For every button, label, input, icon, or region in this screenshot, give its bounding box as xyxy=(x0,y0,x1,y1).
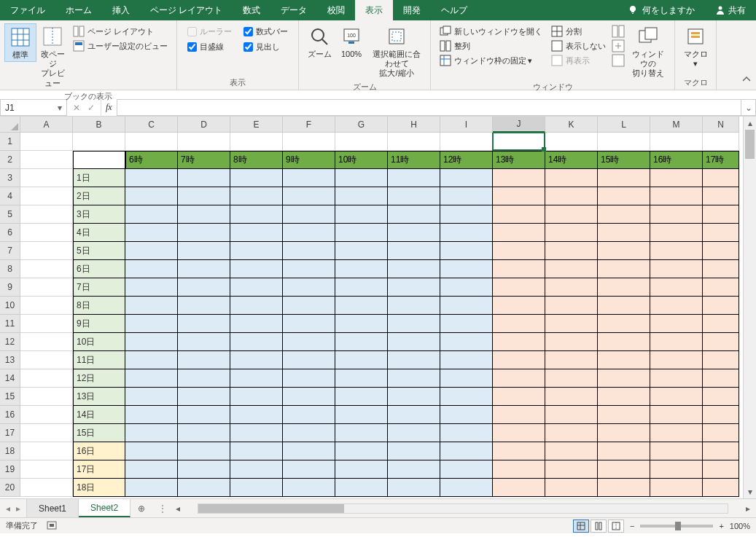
cell[interactable] xyxy=(598,315,650,333)
cell[interactable] xyxy=(388,133,440,151)
cell[interactable] xyxy=(230,424,283,442)
cell[interactable] xyxy=(20,442,73,460)
column-header-J[interactable]: J xyxy=(493,117,545,133)
cell[interactable] xyxy=(283,369,335,388)
cell[interactable] xyxy=(20,224,73,242)
cell[interactable]: 15時 xyxy=(598,151,650,169)
cell[interactable] xyxy=(703,297,739,315)
cell[interactable] xyxy=(703,224,739,242)
cell[interactable] xyxy=(598,406,650,424)
cell[interactable] xyxy=(545,205,598,224)
cell[interactable]: 13時 xyxy=(493,151,545,169)
cell[interactable] xyxy=(545,460,598,479)
normal-view-status-button[interactable] xyxy=(573,519,589,533)
cell[interactable] xyxy=(20,297,73,315)
cell[interactable] xyxy=(178,187,230,205)
cell[interactable] xyxy=(335,187,388,205)
cell[interactable] xyxy=(388,278,440,297)
row-header-18[interactable]: 18 xyxy=(0,442,20,460)
cell[interactable] xyxy=(20,151,73,169)
cell[interactable] xyxy=(230,224,283,242)
row-header-3[interactable]: 3 xyxy=(0,169,20,187)
cell[interactable] xyxy=(545,333,598,351)
sheet-tab-1[interactable]: Sheet1 xyxy=(27,499,79,517)
cell[interactable] xyxy=(440,424,493,442)
column-header-K[interactable]: K xyxy=(545,117,598,133)
arrange-all-button[interactable]: 整列 xyxy=(438,39,544,52)
cell[interactable] xyxy=(650,479,703,497)
cell[interactable] xyxy=(493,406,545,424)
cell[interactable] xyxy=(545,278,598,297)
cell[interactable] xyxy=(650,187,703,205)
cell[interactable] xyxy=(230,442,283,460)
cell[interactable] xyxy=(283,278,335,297)
cell[interactable] xyxy=(283,315,335,333)
cell[interactable] xyxy=(388,424,440,442)
cell[interactable] xyxy=(178,460,230,479)
cell[interactable] xyxy=(598,460,650,479)
cell[interactable] xyxy=(440,388,493,406)
cell[interactable] xyxy=(335,297,388,315)
switch-windows-button[interactable]: ウィンドウの 切り替え xyxy=(626,23,670,80)
cell[interactable] xyxy=(335,133,388,151)
cell[interactable]: 6日 xyxy=(73,260,125,278)
cell[interactable] xyxy=(650,388,703,406)
cell[interactable] xyxy=(178,424,230,442)
cell[interactable] xyxy=(388,406,440,424)
cell[interactable] xyxy=(335,388,388,406)
row-header-9[interactable]: 9 xyxy=(0,278,20,297)
cell[interactable] xyxy=(598,297,650,315)
cell[interactable] xyxy=(283,442,335,460)
cell[interactable] xyxy=(388,169,440,187)
cell[interactable] xyxy=(545,187,598,205)
cell[interactable] xyxy=(125,315,178,333)
cell[interactable] xyxy=(598,388,650,406)
cell[interactable] xyxy=(650,369,703,388)
row-header-10[interactable]: 10 xyxy=(0,297,20,315)
cell[interactable] xyxy=(703,479,739,497)
row-headers[interactable]: 1234567891011121314151617181920 xyxy=(0,133,20,498)
cell[interactable] xyxy=(230,315,283,333)
cell[interactable] xyxy=(650,460,703,479)
cell[interactable]: 17時 xyxy=(703,151,739,169)
tab-developer[interactable]: 開発 xyxy=(393,0,431,20)
cell[interactable] xyxy=(125,187,178,205)
cell[interactable] xyxy=(283,460,335,479)
cell[interactable] xyxy=(335,442,388,460)
cell[interactable] xyxy=(440,479,493,497)
cell[interactable]: 4日 xyxy=(73,224,125,242)
cell[interactable]: 9日 xyxy=(73,315,125,333)
grid-cells[interactable]: 6時7時8時9時10時11時12時13時14時15時16時17時1日2日3日4日… xyxy=(20,133,743,498)
cell[interactable] xyxy=(283,351,335,369)
cell[interactable] xyxy=(125,424,178,442)
cell[interactable] xyxy=(20,406,73,424)
cell[interactable] xyxy=(650,351,703,369)
cell[interactable] xyxy=(440,297,493,315)
cell[interactable] xyxy=(125,406,178,424)
cell[interactable]: 16日 xyxy=(73,442,125,460)
tab-insert[interactable]: 挿入 xyxy=(102,0,140,20)
cell[interactable] xyxy=(545,406,598,424)
formula-bar-checkbox[interactable]: 数式バー xyxy=(241,25,291,39)
cell[interactable] xyxy=(493,224,545,242)
cell[interactable] xyxy=(283,479,335,497)
row-header-17[interactable]: 17 xyxy=(0,424,20,442)
column-header-F[interactable]: F xyxy=(283,117,335,133)
zoom-100-button[interactable]: 100 100% xyxy=(335,23,367,60)
row-header-2[interactable]: 2 xyxy=(0,151,20,169)
cell[interactable] xyxy=(650,242,703,260)
vertical-scrollbar[interactable]: ▴ ▾ xyxy=(743,117,756,498)
cell[interactable] xyxy=(388,460,440,479)
cell[interactable]: 14時 xyxy=(545,151,598,169)
cell[interactable] xyxy=(388,187,440,205)
scroll-up-button[interactable]: ▴ xyxy=(744,117,756,130)
zoom-slider[interactable] xyxy=(640,525,713,528)
cell[interactable] xyxy=(598,333,650,351)
cell[interactable] xyxy=(283,242,335,260)
cell[interactable] xyxy=(125,369,178,388)
cell[interactable] xyxy=(650,205,703,224)
tab-data[interactable]: データ xyxy=(270,0,317,20)
share-button[interactable]: 共有 xyxy=(705,4,756,17)
cell[interactable] xyxy=(20,479,73,497)
cell[interactable] xyxy=(388,205,440,224)
